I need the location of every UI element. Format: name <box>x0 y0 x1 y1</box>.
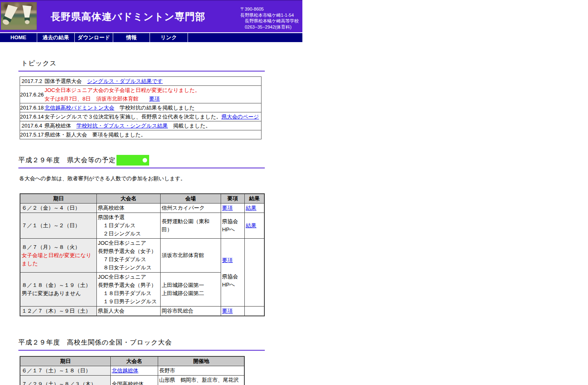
text <box>246 269 248 275</box>
link[interactable]: 県大会のページ <box>221 114 259 120</box>
text-line: ６／１７（土）～１８（日） <box>22 367 110 375</box>
text: ８日女子シングルス <box>98 264 152 271</box>
text-line: 県高校総体 <box>98 204 159 212</box>
text-line: １日ダブルス <box>98 222 159 230</box>
table-row: ７／１（土）～２（日）県国体予選 １日ダブルス ２日シングルス長野運動公園（東和… <box>20 213 264 239</box>
text: 県協会HPへ <box>222 273 238 288</box>
text-line: 県新人大会 <box>98 307 159 315</box>
text-line: 上田城跡公園第一 <box>162 281 220 289</box>
text-line: 男子に変更はありません <box>22 289 96 298</box>
nav-item-links[interactable]: リンク <box>150 33 188 42</box>
text: 須坂市北部体育館 <box>162 252 204 258</box>
text: ６／１７（土）～１８（日） <box>22 367 91 374</box>
topic-date: 2017.6.26 <box>20 92 44 98</box>
text: 全国高校総体 <box>112 381 144 385</box>
text-line: 信州スカイパーク <box>162 204 220 212</box>
nav-item-home[interactable]: HOME <box>0 33 37 42</box>
text: ７／１（土）～２（日） <box>22 222 80 228</box>
topic-date: 2017.6.4 <box>20 123 44 129</box>
address-line: 〒390-8605 <box>240 6 299 12</box>
text: ８／７（月）～８（火） <box>22 244 80 250</box>
text-line <box>246 307 264 315</box>
text: １９日男子シングルス <box>98 298 157 304</box>
topic-date: 2017.5.17 <box>20 132 44 138</box>
badge-dot <box>143 158 147 163</box>
text-line: ７／２９（土）～８／３（木） <box>22 380 110 385</box>
badminton-photo <box>1 2 37 30</box>
new-badge-icon <box>116 155 149 166</box>
table-cell: ７／２９（土）～８／３（木） <box>20 376 110 385</box>
text: JOC全日本ジュニア <box>98 240 146 246</box>
text: ８／１８（金）～１９（土） <box>22 282 91 288</box>
table-cell: ６／２（金）～４（日） <box>20 204 96 213</box>
text-line: 結果 <box>246 204 264 212</box>
table-cell: 要項 県協会HPへ <box>221 239 244 307</box>
topic-text: JOC全日本ジュニア大会の女子会場と日程が変更になりました。女子は8月7日、8日… <box>44 86 261 103</box>
text-line: 女子は8月7日、8日 須坂市北部体育館 要項 <box>45 94 260 103</box>
link[interactable]: 要項 <box>149 96 160 102</box>
table-cell: ８／７（月）～８（火）女子会場と日程が変更になりました <box>20 239 96 273</box>
table-row: １２／７（木）～９日（土）県新人大会岡谷市民総合要項 <box>20 307 264 316</box>
table-cell: 要項 <box>221 204 244 213</box>
participation-notice: 各大会への参加は、敗者審判ができる人数での参加をお願いします。 <box>19 175 302 182</box>
heading-rule <box>18 71 265 72</box>
table-cell: 長野市 <box>158 366 244 376</box>
text-line: 県総体・新人大会 要項を掲載しました。 <box>45 130 260 139</box>
table-cell: JOC全日本ジュニア長野県予選大会（男子） １８日男子ダブルス １９日男子シング… <box>96 273 160 307</box>
table-cell: ８／１８（金）～１９（土）男子に変更はありません <box>20 273 96 307</box>
site-title: 長野県高体連バドミントン専門部 <box>51 10 205 23</box>
text-line: １９日男子シングルス <box>98 298 159 306</box>
text: 掲載しました。 <box>168 123 211 129</box>
column-header: 大会名 <box>96 194 160 204</box>
link[interactable]: 学校対抗・ダブルス・シングルス結果 <box>76 123 168 129</box>
nav-item-download[interactable]: ダウンロード <box>75 33 113 42</box>
address-line: 0263−35−2942(体育科) <box>240 24 299 30</box>
nav-item-past-results[interactable]: 過去の結果 <box>37 33 75 42</box>
text: 学校対抗の結果を掲載しました <box>114 105 195 111</box>
schedule-heading-row: 平成２９年度 県大会等の予定 <box>18 155 302 166</box>
topic-cell: 2017.6.18北信越高校バドミントン大会 学校対抗の結果を掲載しました <box>20 103 262 112</box>
column-header: 期日 <box>20 194 96 204</box>
link[interactable]: 要項 <box>222 308 233 314</box>
text: 上田城跡公園第二 <box>162 290 204 296</box>
topic-date: 2017.6.18 <box>20 105 44 111</box>
main-nav: HOME過去の結果ダウンロード情報リンク <box>0 33 302 42</box>
text: 山形県 鶴岡市、新庄市、尾花沢市 <box>159 377 239 385</box>
address-line: 長野県松本市蟻ケ崎1-1-54 <box>240 12 299 18</box>
text-line <box>246 269 264 277</box>
text <box>246 308 248 314</box>
text: 信州スカイパーク <box>162 205 205 211</box>
link[interactable]: シングルス・ダブルス結果です <box>87 78 163 84</box>
table-cell: 結果 <box>244 204 264 213</box>
table-cell: 県協会HPへ <box>221 213 244 239</box>
text: ６／２（金）～４（日） <box>22 205 80 211</box>
table-cell: ６／１７（土）～１８（日） <box>20 366 110 376</box>
link[interactable]: 要項 <box>222 205 233 211</box>
text: ７日女子ダブルス <box>98 256 146 262</box>
table-cell: 須坂市北部体育館 <box>160 239 221 273</box>
text-line: 女子会場と日程が変更になりました <box>22 251 96 268</box>
table-cell: 信州スカイパーク <box>160 204 221 213</box>
text: 県総体・新人大会 要項を掲載しました。 <box>45 132 146 138</box>
table-cell: 岡谷市民総合 <box>160 307 221 316</box>
table-row: ６／１７（土）～１８（日）北信越総体長野市 <box>20 366 244 376</box>
table-cell: JOC全日本ジュニア長野県予選大会（女子） ７日女子ダブルス ８日女子シングルス <box>96 239 160 273</box>
header-row: 期日大会名開催地 <box>20 356 244 366</box>
text: JOC全日本ジュニア <box>98 274 146 280</box>
text: 県高校総体 <box>98 205 125 211</box>
link[interactable]: 結果 <box>246 205 257 211</box>
topic-row: 2017.6.14女子シングルスで３位決定戦を実施し、長野県２位代表を決定しまし… <box>20 112 262 121</box>
link[interactable]: 結果 <box>246 222 257 228</box>
text-line: 長野運動公園（東和田） <box>162 217 220 234</box>
text-line: 要項 <box>222 307 244 315</box>
nav-item-info[interactable]: 情報 <box>113 33 150 42</box>
text-line: １８日男子ダブルス <box>98 289 159 298</box>
table-cell: 県国体予選 １日ダブルス ２日シングルス <box>96 213 160 239</box>
text <box>222 265 224 271</box>
text: 女子会場と日程が変更になりました <box>22 252 92 266</box>
link[interactable]: 要項 <box>222 257 233 263</box>
text: 県高校総体 <box>45 123 76 129</box>
schedule-table: 期日大会名会場要項結果６／２（金）～４（日）県高校総体信州スカイパーク要項結果７… <box>20 193 265 316</box>
link[interactable]: 北信越高校バドミントン大会 <box>45 105 114 111</box>
link[interactable]: 北信越総体 <box>112 367 139 374</box>
